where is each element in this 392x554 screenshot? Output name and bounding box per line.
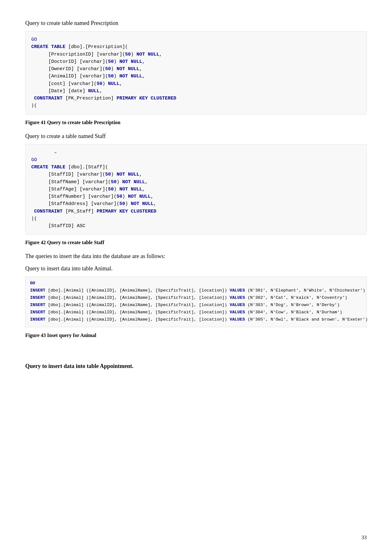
code-prescription: GO CREATE TABLE [dbo].[Prescription]( [P… [25,31,367,114]
figure43-caption: Figure 43 Inset query for Animal [25,332,367,339]
intro-prescription: Query to create table named Prescription [25,19,367,27]
page-number: 33 [361,533,367,542]
intro-staff: Query to create a table named Staff [25,132,367,141]
section-heading-appointment: Query to insert data into table Appointm… [25,362,367,370]
code-staff: – GO CREATE TABLE [dbo].[Staff]( [StaffI… [25,144,367,235]
figure42-caption: Figure 42 Query to create table Staff [25,239,367,246]
intro-insert: The queries to insert the data into the … [25,252,367,261]
intro-animal: Query to insert data into table Animal. [25,264,367,273]
figure41-caption: Figure 41 Query to create table Prescrip… [25,119,367,126]
code-animal-insert: GO INSERT [dbo].[Animal] ([AnimalID], [A… [25,277,367,327]
